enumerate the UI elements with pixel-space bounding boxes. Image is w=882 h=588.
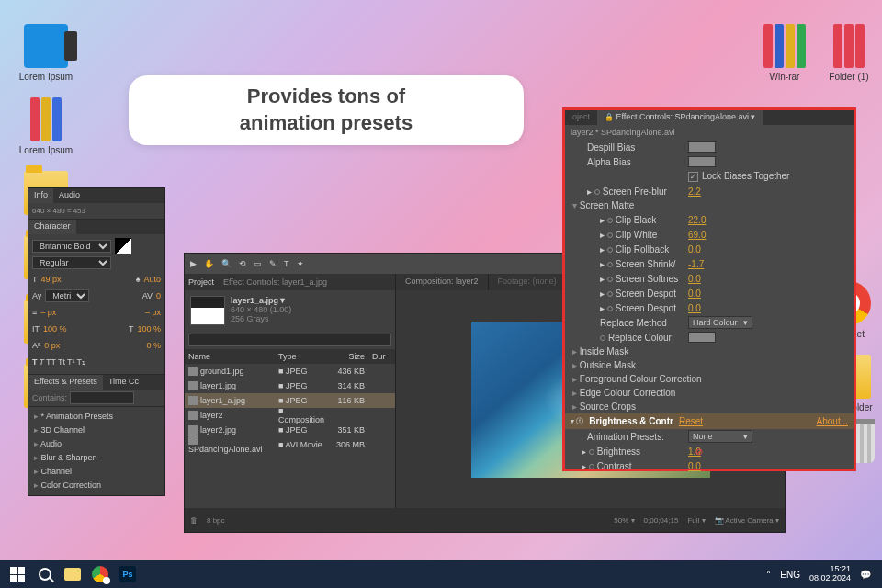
effects-presets-tab[interactable]: Effects & Presets: [28, 375, 103, 390]
resolution-dropdown[interactable]: Full ▾: [687, 516, 705, 525]
asset-name: layer1_a.jpg▼: [231, 296, 291, 305]
camera-dropdown[interactable]: 📷 Active Camera ▾: [715, 516, 779, 525]
tracking-field[interactable]: 0: [156, 291, 161, 300]
tool-text-icon: T: [284, 259, 289, 268]
effect-section[interactable]: Edge Colour Correction: [565, 386, 854, 400]
desktop-icon-Win-rar[interactable]: Win-rar: [757, 24, 812, 82]
effect-param[interactable]: ▸ Screen Softnes0.0: [565, 271, 854, 286]
hscale-field[interactable]: 100 %: [43, 324, 67, 334]
effects-tree[interactable]: * Animation Presets3D ChannelAudioBlur &…: [28, 407, 164, 495]
effect-param[interactable]: ▸ Screen Despot0.0: [565, 300, 854, 315]
font-style-select[interactable]: Regular: [32, 256, 111, 269]
notifications-icon: 💬: [860, 570, 871, 580]
contrast-value[interactable]: 0.0: [688, 461, 701, 471]
system-tray[interactable]: ˄ ENG 15:2108.02.2024 💬: [766, 565, 878, 583]
effect-param[interactable]: Replace MethodHard Colour▾: [565, 315, 854, 330]
color-swatch-icon[interactable]: [115, 238, 131, 254]
tree-item[interactable]: Blur & Sharpen: [34, 451, 159, 465]
tree-item[interactable]: * Animation Presets: [34, 410, 159, 424]
tool-rect-icon: ▭: [254, 259, 262, 268]
italic-btn[interactable]: T: [40, 357, 45, 367]
callout-text: Provides tons of animation presets: [240, 84, 413, 136]
desktop-icon-Lorem Ipsum[interactable]: Lorem Ipsum: [18, 97, 74, 155]
callout-card: Provides tons of animation presets: [129, 75, 524, 145]
tool-select-icon: ▶: [190, 259, 197, 268]
metrics-select[interactable]: Metrics: [45, 289, 89, 302]
reset-link[interactable]: Reset: [679, 416, 703, 426]
chrome-taskbar-button[interactable]: [86, 560, 114, 588]
asset-mode: 256 Grays: [231, 314, 291, 323]
file-row[interactable]: layer2■ Composition: [185, 408, 395, 423]
search-button[interactable]: [31, 560, 59, 588]
effect-param[interactable]: ▸ Screen Shrink/-1.7: [565, 256, 854, 271]
timecode[interactable]: 0;00;04;15: [644, 516, 679, 525]
tree-item[interactable]: 3D Channel: [34, 424, 159, 437]
effect-param[interactable]: Replace Colour: [565, 330, 854, 345]
ef-project-tab[interactable]: oject: [565, 110, 597, 125]
photoshop-taskbar-button[interactable]: Ps: [114, 560, 141, 588]
character-tab[interactable]: Character: [28, 220, 76, 234]
superscript-btn[interactable]: T¹: [67, 357, 75, 367]
tool-brush-icon: ✦: [297, 259, 304, 268]
bold-btn[interactable]: T: [32, 357, 38, 367]
zoom-dropdown[interactable]: 50% ▾: [614, 516, 634, 525]
tool-hand-icon: ✋: [204, 259, 214, 268]
file-row[interactable]: layer1.jpg■ JPEG314 KB: [185, 379, 395, 393]
desktop-icon-Folder (1)[interactable]: Folder (1): [821, 24, 876, 82]
ef-controls-tab[interactable]: 🔒 Effect Controls: SPdancingAlone.avi ▾: [597, 110, 763, 125]
brightness-contrast-effect[interactable]: ▾ ⓕ Brightness & Contr Reset About...: [565, 413, 854, 429]
file-row[interactable]: ground1.jpg■ JPEG436 KB: [185, 364, 395, 379]
file-explorer-button[interactable]: [59, 560, 86, 588]
effect-section[interactable]: Screen Matte: [565, 198, 854, 212]
anim-presets-dropdown[interactable]: None▾: [688, 430, 752, 443]
subscript-btn[interactable]: T₁: [77, 357, 86, 367]
vscale-field[interactable]: 100 %: [137, 324, 161, 334]
effect-param[interactable]: ▸ Clip White69.0: [565, 227, 854, 242]
effect-param[interactable]: Alpha Bias: [565, 154, 854, 169]
asset-thumbnail: [190, 296, 225, 325]
effect-section[interactable]: Foreground Colour Correction: [565, 372, 854, 386]
tree-item[interactable]: Color Correction: [34, 479, 159, 492]
tray-clock[interactable]: 15:2108.02.2024: [809, 565, 851, 583]
caps-btn[interactable]: TT: [46, 357, 56, 367]
effect-controls-panel: oject 🔒 Effect Controls: SPdancingAlone.…: [562, 107, 856, 471]
start-button[interactable]: [4, 560, 31, 588]
font-select[interactable]: Britannic Bold: [32, 240, 111, 253]
about-link[interactable]: About...: [817, 416, 848, 426]
effect-controls-tab[interactable]: Effect Controls: layer1_a.jpg: [223, 277, 327, 287]
tool-pen-icon: ✎: [269, 259, 277, 268]
file-row[interactable]: SPdancingAlone.avi■ AVI Movie306 MB: [185, 437, 395, 452]
tree-item[interactable]: Audio: [34, 437, 159, 451]
audio-tab[interactable]: Audio: [53, 188, 85, 203]
smallcaps-btn[interactable]: Tt: [58, 357, 65, 367]
effect-param[interactable]: ✓Lock Biases Together: [565, 169, 854, 184]
font-size-field[interactable]: 49 px: [41, 275, 62, 284]
effect-param[interactable]: ▸ Screen Pre-blur2.2: [565, 184, 854, 198]
effect-param[interactable]: Despill Bias: [565, 140, 854, 154]
effect-section[interactable]: Outside Mask: [565, 358, 854, 372]
info-dims: 640 × 480 ≈ 453: [28, 203, 164, 220]
brightness-value[interactable]: 1.0⊘: [688, 447, 701, 457]
asset-dims: 640 × 480 (1.00): [231, 305, 291, 314]
project-tab[interactable]: Project: [188, 277, 214, 287]
composition-tab[interactable]: Composition: layer2: [396, 274, 489, 290]
table-header: Name Type Size Dur: [185, 349, 395, 364]
effect-param[interactable]: ▸ Screen Despot0.0: [565, 286, 854, 300]
desktop: Lorem IpsumLorem IpsumNewNewNewWiWin-rar…: [0, 0, 882, 588]
time-tab[interactable]: Time Cc: [103, 375, 144, 390]
leading-field[interactable]: Auto: [143, 275, 161, 284]
presets-search-input[interactable]: [70, 391, 134, 404]
project-search-input[interactable]: [188, 334, 391, 346]
ae-footer: 🗑8 bpc 50% ▾ 0;00;04;15 Full ▾ 📷 Active …: [185, 508, 785, 532]
effect-param[interactable]: ▸ Clip Black22.0: [565, 212, 854, 227]
tree-item[interactable]: Channel: [34, 465, 159, 479]
desktop-icon-Lorem Ipsum[interactable]: Lorem Ipsum: [18, 24, 74, 82]
tray-up-icon: ˄: [766, 570, 771, 580]
ef-layer-title: layer2 * SPdancingAlone.avi: [565, 125, 854, 140]
effect-section[interactable]: Source Crops: [565, 400, 854, 413]
left-panels: InfoAudio 640 × 480 ≈ 453 Character Brit…: [28, 187, 165, 496]
info-tab[interactable]: Info: [28, 188, 53, 203]
effect-param[interactable]: ▸ Clip Rollback0.0: [565, 242, 854, 256]
footage-tab[interactable]: Footage: (none): [489, 274, 567, 290]
effect-section[interactable]: Inside Mask: [565, 345, 854, 358]
